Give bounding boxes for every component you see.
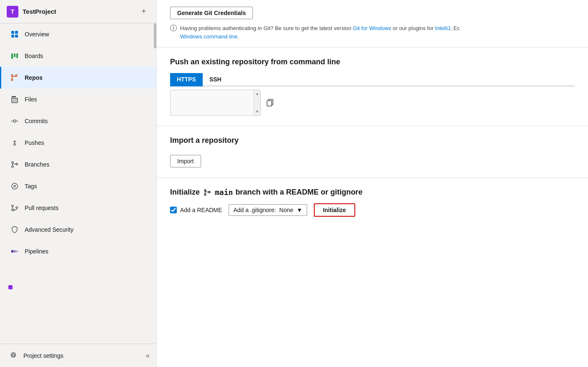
info-icon: i xyxy=(170,25,177,31)
svg-point-40 xyxy=(204,194,206,195)
initialize-section: Initialize main branch with a README or … xyxy=(157,178,588,227)
sidebar-item-label: Pipelines xyxy=(25,248,48,255)
main-content: Generate Git Credentials i Having proble… xyxy=(157,0,588,367)
svg-rect-0 xyxy=(11,31,14,34)
import-section-title: Import a repository xyxy=(170,136,575,145)
sidebar-item-extra xyxy=(0,279,156,296)
code-textarea[interactable] xyxy=(171,90,254,115)
sidebar-item-commits[interactable]: Commits xyxy=(0,110,156,132)
svg-point-16 xyxy=(13,120,16,122)
svg-rect-33 xyxy=(16,250,18,253)
sidebar-footer[interactable]: Project settings « xyxy=(0,344,156,367)
overview-icon xyxy=(10,29,20,39)
git-info-row: i Having problems authenticating in Git?… xyxy=(170,24,575,40)
pull-requests-icon xyxy=(10,203,20,213)
sidebar-item-label: Boards xyxy=(25,53,43,59)
code-area-wrapper: ▲ ▼ xyxy=(170,90,575,116)
sidebar-item-label: Branches xyxy=(25,161,49,168)
svg-rect-4 xyxy=(11,53,13,59)
svg-point-26 xyxy=(14,185,15,187)
advanced-security-icon xyxy=(10,225,20,235)
gitignore-value: None xyxy=(279,207,293,213)
sidebar: T TestProject + Overview xyxy=(0,0,157,367)
sidebar-item-branches[interactable]: Branches xyxy=(0,154,156,175)
code-area-container: ▲ ▼ xyxy=(170,90,261,116)
svg-point-22 xyxy=(12,166,13,167)
svg-rect-38 xyxy=(267,101,272,106)
svg-point-19 xyxy=(14,144,15,145)
collapse-icon[interactable]: « xyxy=(146,352,150,359)
import-section: Import a repository Import xyxy=(157,126,588,178)
sidebar-item-tags[interactable]: Tags xyxy=(0,175,156,197)
scroll-down-arrow[interactable]: ▼ xyxy=(256,110,259,114)
sidebar-item-label: Overview xyxy=(25,31,49,38)
push-section: Push an existing repository from command… xyxy=(157,48,588,126)
svg-point-39 xyxy=(204,190,206,191)
svg-point-8 xyxy=(11,79,13,81)
initialize-button[interactable]: Initialize xyxy=(314,203,355,217)
sidebar-item-label: Repos xyxy=(25,74,43,81)
sidebar-header: T TestProject + xyxy=(0,0,156,23)
svg-point-27 xyxy=(12,205,13,207)
sidebar-item-boards[interactable]: Boards xyxy=(0,45,156,67)
sidebar-item-advanced-security[interactable]: Advanced Security xyxy=(0,219,156,240)
sidebar-item-label: Advanced Security xyxy=(25,226,74,233)
svg-rect-5 xyxy=(14,53,15,57)
sidebar-item-label: Commits xyxy=(25,118,48,124)
branches-icon xyxy=(10,159,20,170)
sidebar-item-label: Files xyxy=(25,96,37,103)
sidebar-item-label: Tags xyxy=(25,183,37,190)
readme-checkbox-label[interactable]: Add a README xyxy=(170,207,222,213)
project-name: TestProject xyxy=(23,8,56,15)
project-settings-link[interactable]: Project settings xyxy=(8,351,64,361)
intellij-link[interactable]: IntelliJ xyxy=(435,25,451,31)
boards-icon xyxy=(10,51,20,61)
repos-icon xyxy=(10,73,20,83)
svg-rect-12 xyxy=(12,96,16,97)
add-project-button[interactable]: + xyxy=(138,6,150,18)
sidebar-item-label: Pull requests xyxy=(25,205,59,211)
extra-icon xyxy=(8,285,13,289)
svg-point-29 xyxy=(16,207,18,208)
sidebar-item-label: Pushes xyxy=(25,139,44,146)
sidebar-nav: Overview Boards xyxy=(0,23,156,344)
gitignore-dropdown[interactable]: Add a .gitignore: None ▼ xyxy=(229,204,307,216)
svg-rect-13 xyxy=(12,98,18,103)
pushes-icon xyxy=(10,138,20,148)
branch-name: main xyxy=(215,188,233,197)
sidebar-item-overview[interactable]: Overview xyxy=(0,23,156,45)
files-icon xyxy=(10,94,20,104)
push-section-title: Push an existing repository from command… xyxy=(170,58,575,66)
readme-checkbox[interactable] xyxy=(170,207,177,213)
sidebar-item-files[interactable]: Files xyxy=(0,89,156,110)
chevron-down-icon: ▼ xyxy=(297,207,303,213)
sidebar-item-pull-requests[interactable]: Pull requests xyxy=(0,197,156,219)
svg-rect-32 xyxy=(14,250,16,253)
sidebar-item-pushes[interactable]: Pushes xyxy=(0,132,156,154)
sidebar-item-pipelines[interactable]: Pipelines xyxy=(0,240,156,262)
svg-rect-3 xyxy=(15,35,18,38)
svg-rect-2 xyxy=(11,35,14,38)
branch-icon xyxy=(202,188,212,197)
tab-https[interactable]: HTTPS xyxy=(170,73,203,86)
tags-icon xyxy=(10,181,20,191)
svg-point-28 xyxy=(12,209,13,211)
svg-rect-1 xyxy=(15,31,18,34)
pipelines-icon xyxy=(10,246,20,256)
scroll-up-arrow[interactable]: ▲ xyxy=(256,92,259,96)
sidebar-item-repos[interactable]: Repos xyxy=(0,67,156,89)
git-info-text: Having problems authenticating in Git? B… xyxy=(180,24,460,40)
tab-ssh[interactable]: SSH xyxy=(203,73,228,86)
import-button[interactable]: Import xyxy=(170,155,201,167)
windows-command-line-link[interactable]: Windows command line xyxy=(180,33,237,40)
code-scrollbar[interactable]: ▲ ▼ xyxy=(254,90,260,115)
svg-rect-6 xyxy=(16,53,18,58)
project-icon: T xyxy=(7,6,18,18)
git-for-windows-link[interactable]: Git for Windows xyxy=(353,25,391,31)
commits-icon xyxy=(10,116,20,126)
svg-point-21 xyxy=(12,162,13,163)
generate-git-credentials-button[interactable]: Generate Git Credentials xyxy=(170,7,253,19)
readme-label-text: Add a README xyxy=(180,207,222,213)
project-header: T TestProject xyxy=(7,6,56,18)
copy-button[interactable] xyxy=(262,95,277,110)
